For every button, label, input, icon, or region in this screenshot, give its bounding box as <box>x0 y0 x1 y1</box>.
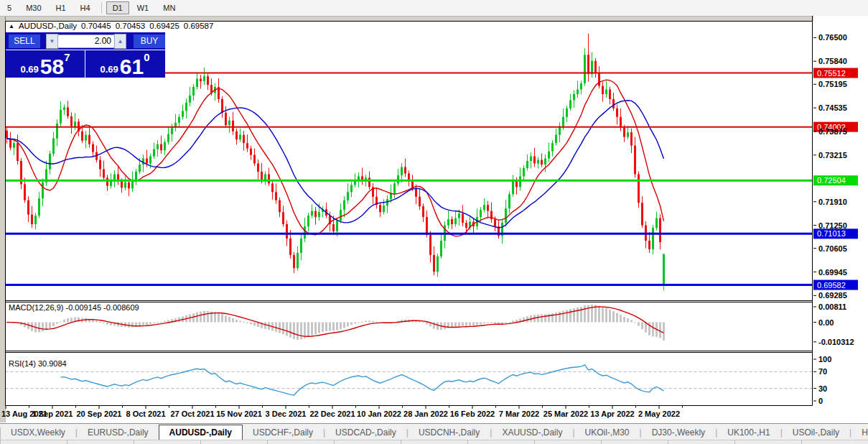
sell-price-prefix: 0.69 <box>20 65 38 76</box>
tab-usdchf-daily[interactable]: USDCHF-,Daily <box>243 425 323 440</box>
macd-histogram-bar <box>541 315 543 323</box>
tab-usdx-weekly[interactable]: USDX,Weekly <box>1 425 75 440</box>
volume-decrease-button[interactable]: ▼ <box>46 34 58 49</box>
rsi-scale-label: 0 <box>818 397 823 405</box>
tab-hk50-h1[interactable]: HK50-,H1 <box>851 425 868 440</box>
timeframe-button-d1[interactable]: D1 <box>106 1 129 14</box>
macd-histogram-bar <box>52 323 55 327</box>
candle-body <box>580 83 582 89</box>
macd-histogram-bar <box>605 308 607 323</box>
candle-body <box>347 192 349 200</box>
strip-divider <box>401 440 401 444</box>
macd-histogram-bar <box>343 323 345 328</box>
candle-body <box>332 224 335 231</box>
macd-histogram-bar <box>103 323 105 323</box>
macd-histogram-bar <box>659 323 661 338</box>
candle-body <box>164 142 166 150</box>
candle-body <box>311 211 313 216</box>
macd-histogram-bar <box>95 320 98 322</box>
timeframe-button-w1[interactable]: W1 <box>131 1 156 14</box>
tab-dj30-weekly[interactable]: DJ30-,Weekly <box>642 425 715 440</box>
candle-body <box>419 197 421 206</box>
candle-body <box>551 143 554 151</box>
candle-body <box>336 221 338 231</box>
candle-body <box>401 167 403 175</box>
candle-body <box>200 79 202 81</box>
macd-histogram-bar <box>157 322 159 323</box>
y-axis-label: 0.71250 <box>818 221 847 230</box>
candle-body <box>433 255 435 272</box>
timeframe-button-h1[interactable]: H1 <box>50 1 73 14</box>
macd-histogram-bar <box>375 322 378 323</box>
macd-histogram-bar <box>63 320 65 323</box>
timeframe-button-m30[interactable]: M30 <box>19 1 47 14</box>
candle-body <box>462 213 464 223</box>
tab-ukoil-m30[interactable]: UKOil-,M30 <box>575 425 640 440</box>
tab-usdcad-daily[interactable]: USDCAD-,Daily <box>325 425 406 440</box>
strip-divider <box>668 440 668 444</box>
buy-button[interactable]: BUY <box>134 34 165 48</box>
candle-body <box>620 117 622 128</box>
sell-button[interactable]: SELL <box>9 34 40 48</box>
buy-price-display[interactable]: 0.69 61 0 <box>85 50 164 78</box>
volume-input[interactable] <box>58 34 114 48</box>
candle-body <box>113 174 116 180</box>
candle-body <box>17 143 19 161</box>
candle-body <box>92 144 94 152</box>
macd-histogram-bar <box>562 311 564 323</box>
tab-usdcnh-daily[interactable]: USDCNH-,Daily <box>409 425 490 440</box>
timeframe-button-5[interactable]: 5 <box>1 1 18 14</box>
candle-body <box>52 139 55 154</box>
candle-body <box>612 99 615 108</box>
candle-body <box>594 61 597 73</box>
candle-body <box>641 203 643 225</box>
tab-uk100-h1[interactable]: UK100-,H1 <box>717 425 780 440</box>
macd-histogram-bar <box>67 318 69 322</box>
macd-histogram-bar <box>551 313 554 322</box>
macd-histogram-bar <box>146 323 148 325</box>
y-axis-label: 0.73875 <box>818 127 847 136</box>
macd-histogram-bar <box>573 308 575 323</box>
x-axis-label: 25 Mar 2022 <box>543 410 588 418</box>
candle-body <box>157 144 159 149</box>
candle-body <box>393 183 396 193</box>
candle-body <box>437 256 439 272</box>
tab-audusd-daily[interactable]: AUDUSD-,Daily <box>159 425 243 440</box>
candle-body <box>250 149 252 155</box>
macd-histogram-bar <box>630 320 633 322</box>
candle-body <box>483 205 485 210</box>
plot-background[interactable] <box>6 21 813 422</box>
y-axis-label: 0.69945 <box>818 268 847 277</box>
tab-usoil-daily[interactable]: USOil-,Daily <box>783 425 849 440</box>
tab-eurusd-daily[interactable]: EURUSD-,Daily <box>78 425 159 440</box>
candle-body <box>569 100 571 108</box>
strip-divider <box>334 440 335 444</box>
collapse-arrow-icon[interactable]: ▲ <box>9 23 14 29</box>
tab-xauusd-daily[interactable]: XAUUSD-,Daily <box>492 425 572 440</box>
candle-body <box>648 241 650 249</box>
candle-body <box>88 135 90 144</box>
timeframe-button-mn[interactable]: MN <box>157 1 182 14</box>
candle-body <box>314 211 317 217</box>
ohlc-open: 0.70445 <box>81 22 111 30</box>
x-axis-label: 15 Nov 2021 <box>216 410 262 418</box>
sell-price-pip: 7 <box>64 52 70 63</box>
candle-body <box>383 205 385 212</box>
candle-body <box>268 174 270 183</box>
candle-body <box>519 176 521 187</box>
candle-body <box>307 216 309 226</box>
candle-body <box>264 174 266 180</box>
macd-scale-label: -0.010312 <box>818 338 854 346</box>
macd-histogram-bar <box>340 323 342 330</box>
chart-symbol-label: AUDUSD-,Daily <box>19 22 77 30</box>
macd-histogram-bar <box>480 323 482 325</box>
candle-body <box>135 172 137 180</box>
volume-increase-button[interactable]: ▲ <box>114 34 126 49</box>
candle-body <box>142 159 144 165</box>
candle-body <box>221 99 223 113</box>
candle-body <box>397 175 399 183</box>
sell-price-display[interactable]: 0.69 58 7 <box>6 50 85 78</box>
macd-histogram-bar <box>472 323 475 326</box>
timeframe-button-h4[interactable]: H4 <box>74 1 97 14</box>
candle-body <box>207 76 209 85</box>
